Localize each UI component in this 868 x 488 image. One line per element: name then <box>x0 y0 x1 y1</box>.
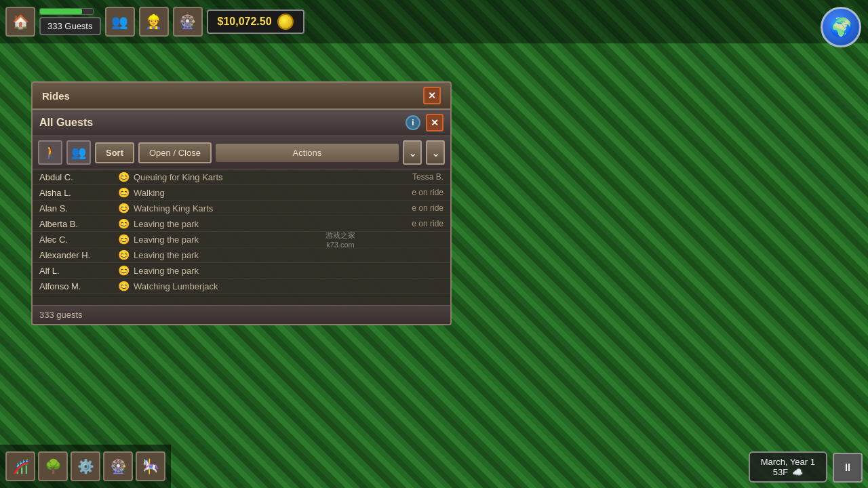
guest-extra: e on ride <box>412 203 443 213</box>
guest-action: Leaving the park <box>134 235 199 245</box>
guest-face-icon: 😊 <box>118 218 130 229</box>
guest-total-count: 333 guests <box>39 310 83 320</box>
guest-action: Queuing for King Karts <box>134 172 223 182</box>
guest-action: Watching Lumberjack <box>134 281 218 291</box>
guest-action: Leaving the park <box>134 266 199 276</box>
guest-action: Leaving the park <box>134 250 199 260</box>
guest-face-icon: 😊 <box>118 265 130 276</box>
list-item[interactable]: Aisha L. 😊 Walking e on ride <box>33 185 450 201</box>
bottom-rides-btn[interactable]: 🎢 <box>5 451 35 481</box>
temperature-label: 53F <box>773 467 788 477</box>
guest-list[interactable]: Abdul C. 😊 Queuing for King Karts Tessa … <box>33 169 450 305</box>
staff-icon-btn[interactable]: 👷 <box>139 7 169 37</box>
park-icon-btn[interactable]: 🏠 <box>5 7 35 37</box>
list-item[interactable]: Alberta B. 😊 Leaving the park e on ride <box>33 216 450 232</box>
chevron-down-icon: ⌄ <box>408 146 417 159</box>
bottom-paths-btn[interactable]: ⚙️ <box>71 451 100 481</box>
guest-count-label: 333 Guests <box>47 21 93 31</box>
bottom-scenery-btn[interactable]: 🌳 <box>38 451 68 481</box>
guest-name: Alfonso M. <box>39 281 114 291</box>
guest-face-icon: 😊 <box>118 171 130 182</box>
guest-action: Watching King Karts <box>134 203 213 214</box>
open-close-button[interactable]: Open / Close <box>138 142 212 163</box>
rides-title: Rides <box>42 90 70 102</box>
person-icon-btn[interactable]: 🚶 <box>38 140 62 165</box>
guest-name: Abdul C. <box>39 172 114 182</box>
rides-icon-btn[interactable]: 🎡 <box>173 7 203 37</box>
guest-count-bar: 333 guests <box>33 305 450 324</box>
rides-panel: Rides ✕ All Guests i ✕ 🚶 👥 Sort <box>31 81 452 325</box>
group-icon: 👥 <box>71 145 86 160</box>
rides-titlebar: Rides ✕ <box>31 81 452 108</box>
chevron-down-icon-2: ⌄ <box>431 146 440 159</box>
guest-action: Walking <box>134 188 165 198</box>
extra-dropdown-button[interactable]: ⌄ <box>426 140 445 165</box>
guest-face-icon: 😊 <box>118 281 130 291</box>
guest-name: Alan S. <box>39 203 114 214</box>
guests-title: All Guests <box>39 117 400 129</box>
guest-name: Aisha L. <box>39 188 114 198</box>
actions-dropdown-button[interactable]: ⌄ <box>403 140 422 165</box>
guest-extra: e on ride <box>412 219 443 228</box>
guest-extra: e on ride <box>412 188 443 197</box>
rides-close-button[interactable]: ✕ <box>423 87 441 104</box>
weather-icon: ☁️ <box>792 467 803 477</box>
date-weather-box: March, Year 1 53F ☁️ <box>749 451 827 483</box>
sort-button[interactable]: Sort <box>95 142 134 163</box>
guest-name: Alexander H. <box>39 250 114 260</box>
top-toolbar: 🏠 333 Guests 👥 👷 🎡 $10,072.50 <box>0 0 868 43</box>
health-bar <box>40 9 82 14</box>
guest-face-icon: 😊 <box>118 187 130 198</box>
money-display: $10,072.50 <box>207 9 304 34</box>
bottom-staff-btn[interactable]: 🎠 <box>136 451 165 481</box>
person-icon: 🚶 <box>43 145 58 160</box>
pause-button[interactable]: ⏸ <box>833 453 863 483</box>
guest-extra: Tessa B. <box>412 172 443 182</box>
list-item[interactable]: Alec C. 😊 Leaving the park <box>33 232 450 247</box>
pause-icon: ⏸ <box>842 462 853 474</box>
guest-name: Alf L. <box>39 266 114 276</box>
guests-toolbar: 🚶 👥 Sort Open / Close Actions ⌄ ⌄ <box>33 136 450 169</box>
actions-button[interactable]: Actions <box>216 144 399 162</box>
list-item[interactable]: Alan S. 😊 Watching King Karts e on ride <box>33 201 450 216</box>
guest-count-box: 333 Guests <box>39 17 101 35</box>
guests-close-button[interactable]: ✕ <box>426 114 443 131</box>
guest-face-icon: 😊 <box>118 203 130 214</box>
bottom-shops-btn[interactable]: 🎡 <box>103 451 133 481</box>
date-label: March, Year 1 <box>761 457 815 467</box>
guest-face-icon: 😊 <box>118 234 130 245</box>
guests-header: All Guests i ✕ <box>33 110 450 136</box>
list-item[interactable]: Alfonso M. 😊 Watching Lumberjack <box>33 279 450 294</box>
bottom-toolbar: 🎢 🌳 ⚙️ 🎡 🎠 <box>0 445 171 488</box>
info-button[interactable]: i <box>406 115 420 130</box>
guest-name: Alberta B. <box>39 219 114 229</box>
coin-icon <box>277 14 294 30</box>
guests-panel: All Guests i ✕ 🚶 👥 Sort Open / Close <box>31 108 452 325</box>
list-item[interactable]: Alf L. 😊 Leaving the park <box>33 263 450 279</box>
guest-face-icon: 😊 <box>118 249 130 260</box>
health-bar-container <box>39 8 94 15</box>
group-icon-btn[interactable]: 👥 <box>66 140 91 165</box>
guest-action: Leaving the park <box>134 219 199 229</box>
guest-name: Alec C. <box>39 235 114 245</box>
guests-icon-btn[interactable]: 👥 <box>105 7 135 37</box>
globe-button[interactable]: 🌍 <box>821 7 861 47</box>
list-item[interactable]: Alexander H. 😊 Leaving the park <box>33 247 450 263</box>
list-item[interactable]: Abdul C. 😊 Queuing for King Karts Tessa … <box>33 169 450 185</box>
money-value: $10,072.50 <box>218 16 272 28</box>
